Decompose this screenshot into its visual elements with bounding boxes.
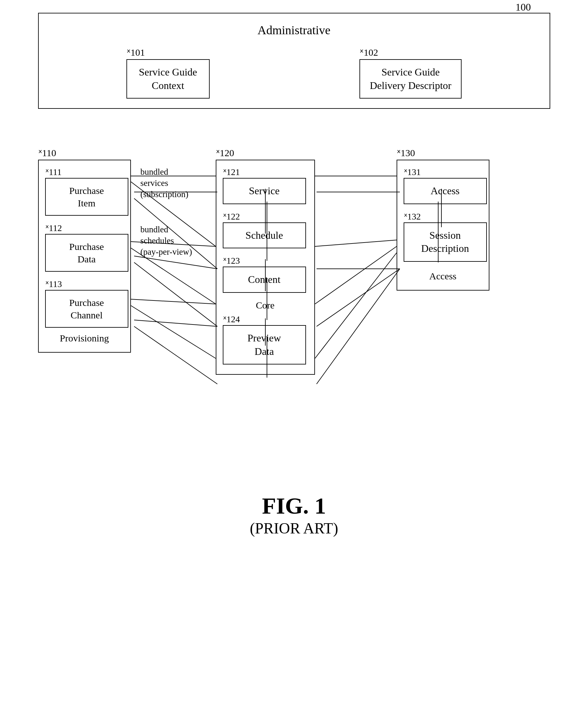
svg-line-18: [131, 299, 216, 304]
main-diagram: ˣ110 ˣ111 PurchaseItem ˣ112 PurchaseData…: [38, 147, 550, 467]
svg-line-4: [134, 320, 217, 326]
item-132-ref: ˣ132: [404, 211, 482, 222]
provisioning-column: ˣ110 ˣ111 PurchaseItem ˣ112 PurchaseData…: [38, 147, 131, 353]
access-outer-box: ˣ131 Access ˣ132 SessionDescription Acce…: [397, 160, 489, 291]
svg-line-26: [315, 253, 397, 358]
core-column: ˣ120 ˣ121 Service ˣ122 Schedule ˣ123 Con…: [216, 147, 315, 375]
bundled-schedules-annotation: bundledschedules(pay-per-view): [141, 224, 192, 258]
content-box: Content: [223, 267, 306, 293]
svg-line-5: [134, 326, 217, 384]
access-ref: ˣ130: [397, 147, 489, 158]
svg-line-25: [315, 247, 397, 304]
purchase-channel-box: PurchaseChannel: [45, 290, 128, 328]
svg-line-2: [134, 256, 217, 269]
access-column: ˣ130 ˣ131 Access ˣ132 SessionDescription…: [397, 147, 489, 291]
fig-number: FIG. 1: [250, 493, 338, 520]
access-label: Access: [404, 269, 482, 283]
item-123-ref: ˣ123: [223, 255, 308, 266]
item-121-ref: ˣ121: [223, 167, 308, 177]
service-box: Service: [223, 178, 306, 204]
svg-line-3: [134, 262, 217, 326]
item-113-ref: ˣ113: [45, 279, 124, 289]
item-112-ref: ˣ112: [45, 223, 124, 233]
session-description-box: SessionDescription: [404, 223, 487, 262]
svg-line-19: [131, 305, 216, 358]
admin-box1: Service GuideContext: [126, 59, 210, 99]
admin-boxes: ˣ101 Service GuideContext ˣ102 Service G…: [51, 47, 537, 99]
item-124-ref: ˣ124: [223, 314, 308, 324]
prov-ref: ˣ110: [38, 147, 131, 158]
svg-line-8: [317, 269, 400, 326]
access-box: Access: [404, 178, 487, 204]
admin-box2-wrap: ˣ102 Service GuideDelivery Descriptor: [359, 47, 462, 99]
admin-box1-wrap: ˣ101 Service GuideContext: [126, 47, 210, 99]
figure-label: FIG. 1 (PRIOR ART): [250, 493, 338, 537]
purchase-item-box: PurchaseItem: [45, 178, 128, 216]
schedule-box: Schedule: [223, 223, 306, 249]
preview-data-box: PreviewData: [223, 325, 306, 364]
core-outer-box: ˣ121 Service ˣ122 Schedule ˣ123 Content …: [216, 160, 315, 375]
svg-line-9: [317, 269, 400, 384]
admin-box1-ref: ˣ101: [126, 47, 145, 58]
item-122-ref: ˣ122: [223, 211, 308, 222]
admin-ref: 100: [516, 1, 531, 13]
provisioning-outer-box: ˣ111 PurchaseItem ˣ112 PurchaseData ˣ113…: [38, 160, 131, 353]
admin-box2: Service GuideDelivery Descriptor: [359, 59, 462, 99]
diagram-container: 100 Administrative ˣ101 Service GuideCon…: [19, 13, 569, 537]
core-label: Core: [223, 300, 308, 311]
item-111-ref: ˣ111: [45, 167, 124, 177]
admin-section: Administrative ˣ101 Service GuideContext…: [38, 13, 550, 109]
purchase-data-box: PurchaseData: [45, 234, 128, 272]
admin-box2-ref: ˣ102: [359, 47, 378, 58]
item-131-ref: ˣ131: [404, 167, 482, 177]
core-ref: ˣ120: [216, 147, 315, 158]
admin-title: Administrative: [51, 23, 537, 37]
fig-subtitle: (PRIOR ART): [250, 520, 338, 537]
provisioning-label: Provisioning: [45, 331, 124, 345]
svg-line-24: [315, 240, 397, 247]
bundled-services-annotation: bundledservices(subscription): [141, 166, 189, 200]
